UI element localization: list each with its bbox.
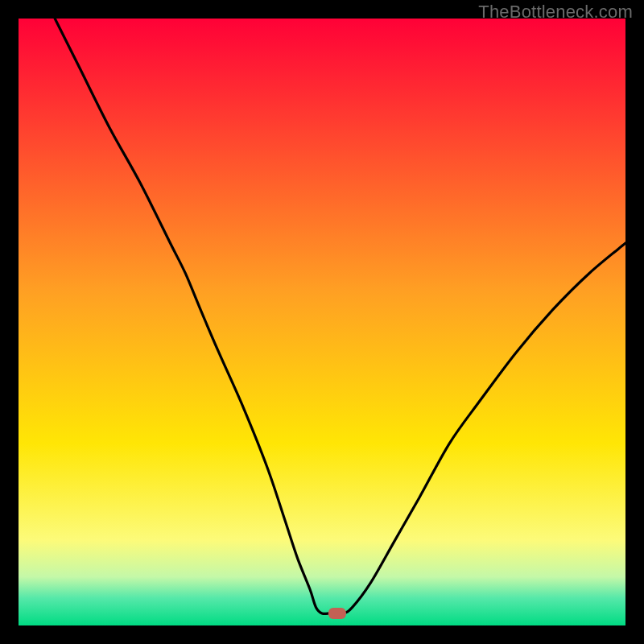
bottleneck-chart bbox=[19, 19, 625, 625]
gradient-background bbox=[19, 19, 625, 625]
chart-frame: TheBottleneck.com bbox=[0, 0, 644, 644]
optimal-marker bbox=[328, 608, 346, 619]
watermark-label: TheBottleneck.com bbox=[478, 2, 633, 23]
plot-area bbox=[19, 19, 625, 625]
